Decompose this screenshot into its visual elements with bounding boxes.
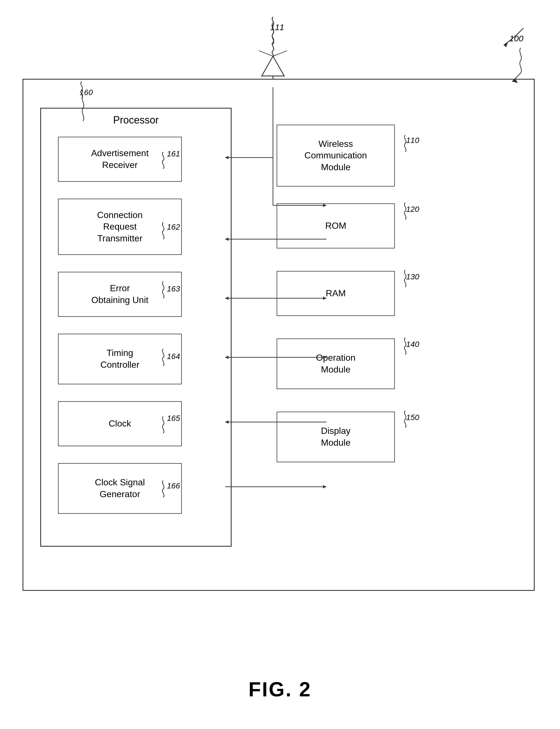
svg-line-2: [259, 51, 273, 56]
ref-110-label: 110: [406, 136, 419, 145]
clock-signal-generator-box: Clock SignalGenerator: [58, 463, 182, 514]
page: 100 111 Processor AdvertisementReceiver: [0, 0, 560, 729]
ref-140-label: 140: [406, 340, 419, 349]
processor-label: Processor: [113, 114, 159, 126]
ref-163-label: 163: [167, 285, 180, 294]
ref-100-arrow: [481, 23, 537, 56]
ref-130-label: 130: [406, 272, 419, 281]
ref-162-label: 162: [167, 223, 180, 232]
antenna-icon: [245, 14, 301, 87]
wireless-communication-module-box: WirelessCommunicationModule: [277, 125, 395, 187]
rom-box: ROM: [277, 204, 395, 249]
ref-120-label: 120: [406, 205, 419, 214]
ref-166-label: 166: [167, 481, 180, 490]
ram-box: RAM: [277, 271, 395, 316]
ref-150-label: 150: [406, 413, 419, 422]
svg-marker-0: [262, 56, 284, 76]
main-outer-box: Processor AdvertisementReceiver Connecti…: [23, 79, 535, 591]
ref-161-label: 161: [167, 149, 180, 158]
svg-line-3: [273, 51, 287, 56]
figure-label: FIG. 2: [248, 678, 312, 701]
error-obtaining-unit-box: ErrorObtaining Unit: [58, 272, 182, 317]
operation-module-box: OperationModule: [277, 339, 395, 389]
display-module-box: DisplayModule: [277, 411, 395, 462]
clock-box: Clock: [58, 401, 182, 446]
timing-controller-box: TimingController: [58, 334, 182, 384]
processor-box: Processor AdvertisementReceiver Connecti…: [40, 108, 232, 547]
advertisement-receiver-box: AdvertisementReceiver: [58, 137, 182, 182]
ref-160-label: 160: [80, 88, 93, 97]
ref-165-label: 165: [167, 414, 180, 423]
ref-164-label: 164: [167, 352, 180, 361]
connection-request-transmitter-box: ConnectionRequestTransmitter: [58, 199, 182, 255]
